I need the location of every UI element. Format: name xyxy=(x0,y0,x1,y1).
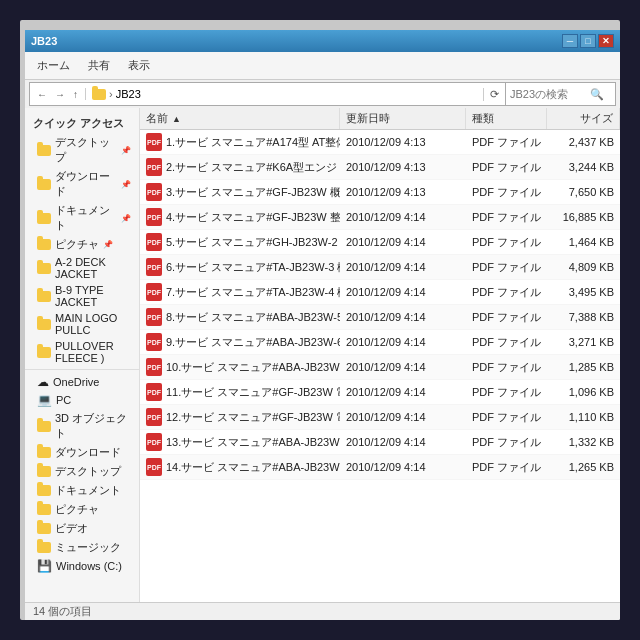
nav-forward-button[interactable]: → xyxy=(52,88,68,101)
sidebar-item-mainlogo[interactable]: MAIN LOGO PULLC xyxy=(25,310,139,338)
maximize-button[interactable]: □ xyxy=(580,34,596,48)
sidebar-item-documents[interactable]: ドキュメント 📌 xyxy=(25,201,139,235)
file-size: 1,285 KB xyxy=(547,359,620,375)
file-size: 16,885 KB xyxy=(547,209,620,225)
sidebar-item-pc[interactable]: 💻 PC xyxy=(25,391,139,409)
search-box[interactable]: 🔍 xyxy=(505,83,615,105)
sort-arrow: ▲ xyxy=(172,114,181,124)
file-date: 2010/12/09 4:14 xyxy=(340,409,466,425)
file-size: 2,437 KB xyxy=(547,134,620,150)
folder-icon-doc2 xyxy=(37,485,51,496)
file-name: 14.サービ スマニュア#ABA-JB23W-7 電気配線図集... xyxy=(166,460,340,475)
table-row[interactable]: PDF 3.サービ スマニュア#GF-JB23W 概要 40-81AH0.p 2… xyxy=(140,180,620,205)
pdf-icon: PDF xyxy=(146,258,162,276)
table-row[interactable]: PDF 7.サービ スマニュア#TA-JB23W-4 概要 整備 追補... 2… xyxy=(140,280,620,305)
table-row[interactable]: PDF 4.サービ スマニュア#GF-JB23W 整備 42-81AH0.p 2… xyxy=(140,205,620,230)
ribbon-tab-share[interactable]: 共有 xyxy=(80,56,118,75)
table-row[interactable]: PDF 5.サービ スマニュア#GH-JB23W-2 概要 整備 追... 20… xyxy=(140,230,620,255)
column-headers: 名前 ▲ 更新日時 種類 サイズ xyxy=(140,108,620,130)
sidebar-item-3dobjects[interactable]: 3D オブジェクト xyxy=(25,409,139,443)
file-date: 2010/12/09 4:14 xyxy=(340,359,466,375)
nav-up-button[interactable]: ↑ xyxy=(70,88,81,101)
sidebar-item-desktop[interactable]: デスクトップ 📌 xyxy=(25,133,139,167)
table-row[interactable]: PDF 12.サービ スマニュア#GF-JB23W 電気配線図集 ... 201… xyxy=(140,405,620,430)
pdf-icon: PDF xyxy=(146,333,162,351)
minimize-button[interactable]: ─ xyxy=(562,34,578,48)
sidebar-item-b9jacket[interactable]: B-9 TYPE JACKET xyxy=(25,282,139,310)
col-header-name[interactable]: 名前 ▲ xyxy=(140,108,340,129)
pdf-icon: PDF xyxy=(146,133,162,151)
file-type: PDF ファイル xyxy=(466,333,547,352)
table-row[interactable]: PDF 13.サービ スマニュア#ABA-JB23W-5 電気配線図... 20… xyxy=(140,430,620,455)
refresh-button[interactable]: ⟳ xyxy=(483,88,505,101)
address-path[interactable]: › JB23 xyxy=(85,88,483,100)
file-type: PDF ファイル xyxy=(466,383,547,402)
col-header-size[interactable]: サイズ xyxy=(547,108,620,129)
file-date: 2010/12/09 4:14 xyxy=(340,459,466,475)
folder-icon-address xyxy=(92,89,106,100)
nav-back-button[interactable]: ← xyxy=(34,88,50,101)
explorer-window: JB23 ─ □ ✕ ホーム 共有 表示 ← → ↑ › JB23 xyxy=(25,30,620,620)
file-type: PDF ファイル xyxy=(466,208,547,227)
table-row[interactable]: PDF 6.サービ スマニュア#TA-JB23W-3 概要 整備 追補... 2… xyxy=(140,255,620,280)
photo-frame: JB23 ─ □ ✕ ホーム 共有 表示 ← → ↑ › JB23 xyxy=(20,20,620,620)
pdf-icon: PDF xyxy=(146,408,162,426)
folder-icon-3d xyxy=(37,421,51,432)
file-type: PDF ファイル xyxy=(466,433,547,452)
file-date: 2010/12/09 4:14 xyxy=(340,284,466,300)
table-row[interactable]: PDF 1.サービ スマニュア#A174型 AT整備書 44-22G10... … xyxy=(140,130,620,155)
search-input[interactable] xyxy=(510,88,590,100)
table-row[interactable]: PDF 11.サービ スマニュア#GF-JB23W 電気配線図集 43... 2… xyxy=(140,380,620,405)
pdf-icon: PDF xyxy=(146,433,162,451)
file-name: 9.サービ スマニュア#ABA-JB23W-6 概要 整備 追い... xyxy=(166,335,340,350)
folder-icon-video xyxy=(37,523,51,534)
sidebar-item-onedrive[interactable]: ☁ OneDrive xyxy=(25,373,139,391)
file-name: 6.サービ スマニュア#TA-JB23W-3 概要 整備 追補... xyxy=(166,260,340,275)
pdf-icon: PDF xyxy=(146,458,162,476)
sidebar-item-a2deck[interactable]: A-2 DECK JACKET xyxy=(25,254,139,282)
file-name: 4.サービ スマニュア#GF-JB23W 整備 42-81AH0.p xyxy=(166,210,340,225)
sidebar-item-desk2[interactable]: デスクトップ xyxy=(25,462,139,481)
table-row[interactable]: PDF 14.サービ スマニュア#ABA-JB23W-7 電気配線図集... 2… xyxy=(140,455,620,480)
sidebar-item-doc2[interactable]: ドキュメント xyxy=(25,481,139,500)
folder-icon-pictures xyxy=(37,239,51,250)
sidebar-item-pictures[interactable]: ピクチャ 📌 xyxy=(25,235,139,254)
file-size: 3,495 KB xyxy=(547,284,620,300)
ribbon-tab-view[interactable]: 表示 xyxy=(120,56,158,75)
table-row[interactable]: PDF 8.サービ スマニュア#ABA-JB23W-5 概要 整備 追い... … xyxy=(140,305,620,330)
main-area: クイック アクセス デスクトップ 📌 ダウンロード 📌 ドキュメント 📌 xyxy=(25,108,620,602)
path-current: JB23 xyxy=(116,88,141,100)
table-row[interactable]: PDF 9.サービ スマニュア#ABA-JB23W-6 概要 整備 追い... … xyxy=(140,330,620,355)
pdf-icon: PDF xyxy=(146,183,162,201)
ribbon-tab-home[interactable]: ホーム xyxy=(29,56,78,75)
pin-icon: 📌 xyxy=(121,146,131,155)
file-name: 3.サービ スマニュア#GF-JB23W 概要 40-81AH0.p xyxy=(166,185,340,200)
pdf-icon: PDF xyxy=(146,308,162,326)
table-row[interactable]: PDF 2.サービ スマニュア#K6A型エンジ ン整備書 44-70G1... … xyxy=(140,155,620,180)
sidebar-item-dl2[interactable]: ダウンロード xyxy=(25,443,139,462)
sidebar-item-pullover[interactable]: PULLOVER FLEECE ) xyxy=(25,338,139,366)
file-size: 1,464 KB xyxy=(547,234,620,250)
table-row[interactable]: PDF 10.サービ スマニュア#ABA-JB23W-8 概要 整備 追い...… xyxy=(140,355,620,380)
search-icon: 🔍 xyxy=(590,88,604,101)
status-text: 14 個の項目 xyxy=(33,604,92,619)
title-bar-buttons: ─ □ ✕ xyxy=(562,34,614,48)
col-header-type[interactable]: 種類 xyxy=(466,108,547,129)
file-list-area: 名前 ▲ 更新日時 種類 サイズ PDF 1.サービ スマニ xyxy=(140,108,620,602)
file-size: 1,110 KB xyxy=(547,409,620,425)
sidebar-item-video[interactable]: ビデオ xyxy=(25,519,139,538)
sidebar-item-music[interactable]: ミュージック xyxy=(25,538,139,557)
pdf-icon: PDF xyxy=(146,208,162,226)
folder-icon-pic2 xyxy=(37,504,51,515)
folder-icon-download xyxy=(37,179,51,190)
sidebar-item-pic2[interactable]: ピクチャ xyxy=(25,500,139,519)
pin-icon: 📌 xyxy=(121,180,131,189)
file-date: 2010/12/09 4:14 xyxy=(340,384,466,400)
col-header-date[interactable]: 更新日時 xyxy=(340,108,466,129)
close-button[interactable]: ✕ xyxy=(598,34,614,48)
sidebar-item-windows-c[interactable]: 💾 Windows (C:) xyxy=(25,557,139,575)
file-date: 2010/12/09 4:14 xyxy=(340,309,466,325)
file-size: 1,096 KB xyxy=(547,384,620,400)
file-type: PDF ファイル xyxy=(466,158,547,177)
sidebar-item-download[interactable]: ダウンロード 📌 xyxy=(25,167,139,201)
